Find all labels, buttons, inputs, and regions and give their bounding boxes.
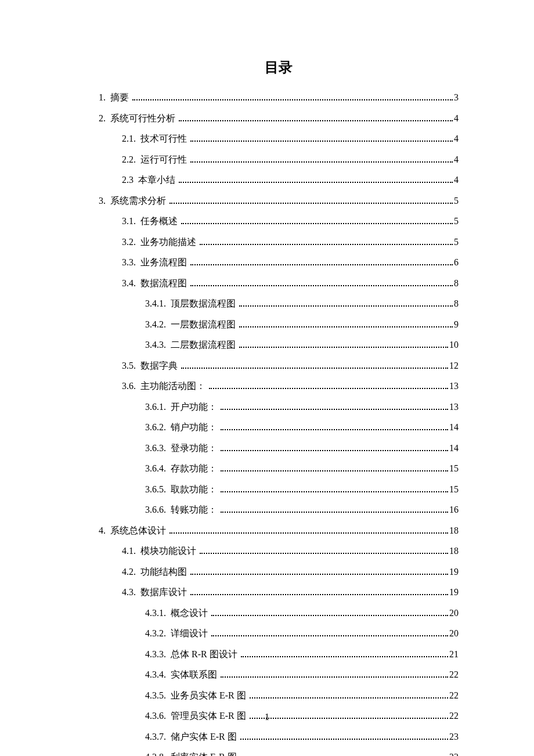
toc-entry-page: 20	[449, 628, 459, 639]
toc-entry-label: 3.2. 业务功能描述	[122, 236, 199, 249]
toc-entry-page: 4	[454, 113, 459, 124]
toc-entry[interactable]: 4.3.3. 总体 R-R 图设计 21	[99, 649, 459, 661]
toc-leader-dots	[200, 244, 453, 245]
toc-entry[interactable]: 3.4.1. 顶层数据流程图 8	[99, 298, 459, 310]
toc-entry-label: 3.5. 数据字典	[122, 360, 180, 372]
toc-leader-dots	[179, 182, 453, 183]
toc-leader-dots	[190, 161, 453, 163]
toc-entry[interactable]: 3.4.3. 二层数据流程图 10	[99, 339, 459, 351]
toc-entry-label: 2.2. 运行可行性	[122, 154, 189, 166]
toc-entry[interactable]: 2.1. 技术可行性 4	[99, 133, 459, 145]
toc-entry-label: 4.3.2. 详细设计	[145, 628, 210, 640]
page-number: 1	[0, 712, 534, 722]
toc-entry-label: 3.1. 任务概述	[122, 215, 180, 228]
toc-entry-page: 4	[454, 134, 459, 144]
toc-entry[interactable]: 4. 系统总体设计 18	[99, 525, 459, 537]
toc-entry[interactable]: 2. 系统可行性分析 4	[99, 113, 459, 125]
toc-entry[interactable]: 3.6.5. 取款功能： 15	[99, 484, 459, 496]
toc-entry[interactable]: 3.5. 数据字典 12	[99, 360, 459, 372]
toc-entry-label: 3.6.2. 销户功能：	[145, 422, 219, 434]
toc-leader-dots	[221, 450, 448, 451]
toc-entry-label: 3.6. 主功能活动图：	[122, 380, 208, 393]
toc-entry-page: 19	[449, 567, 459, 577]
toc-entry-label: 4.3. 数据库设计	[122, 586, 189, 599]
toc-leader-dots	[240, 739, 448, 740]
toc-entry-label: 4.3.3. 总体 R-R 图设计	[145, 649, 240, 661]
toc-entry-label: 4.3.5. 业务员实体 E-R 图	[145, 690, 248, 702]
toc-leader-dots	[181, 223, 453, 224]
toc-leader-dots	[169, 532, 448, 534]
toc-entry-label: 3.6.6. 转账功能：	[145, 504, 219, 516]
toc-entry[interactable]: 3.4.2. 一层数据流程图 9	[99, 319, 459, 331]
document-page: 目录 1. 摘要 32. 系统可行性分析 42.1. 技术可行性 42.2. 运…	[0, 0, 534, 756]
toc-entry-page: 5	[454, 237, 459, 247]
toc-entry-page: 4	[454, 154, 459, 165]
toc-entry[interactable]: 3.4. 数据流程图 8	[99, 278, 459, 290]
toc-entry[interactable]: 4.3.4. 实体联系图 22	[99, 669, 459, 681]
toc-entry[interactable]: 3.1. 任务概述 5	[99, 215, 459, 228]
toc-entry[interactable]: 4.3. 数据库设计 19	[99, 586, 459, 599]
toc-entry-label: 1. 摘要	[99, 92, 131, 104]
toc-entry-label: 4.3.8. 利率实体 E-R 图	[145, 751, 239, 756]
toc-entry-page: 12	[449, 361, 459, 371]
toc-entry[interactable]: 3.6. 主功能活动图： 13	[99, 380, 459, 393]
toc-entry-page: 15	[449, 463, 459, 474]
toc-entry[interactable]: 4.1. 模块功能设计 18	[99, 545, 459, 557]
toc-entry[interactable]: 1. 摘要 3	[99, 92, 459, 104]
toc-entry-page: 8	[454, 298, 459, 309]
toc-entry-label: 3.4.3. 二层数据流程图	[145, 339, 238, 351]
toc-entry-page: 16	[449, 505, 459, 515]
toc-entry[interactable]: 3.3. 业务流程图 6	[99, 257, 459, 269]
toc-leader-dots	[241, 656, 448, 657]
toc-leader-dots	[239, 347, 448, 348]
toc-entry[interactable]: 4.3.2. 详细设计 20	[99, 628, 459, 640]
toc-leader-dots	[190, 594, 448, 595]
toc-entry-page: 18	[449, 525, 459, 536]
toc-leader-dots	[190, 264, 453, 265]
toc-entry-label: 3.3. 业务流程图	[122, 257, 189, 269]
toc-entry[interactable]: 3.2. 业务功能描述 5	[99, 236, 459, 249]
toc-entry-page: 4	[454, 175, 459, 185]
toc-entry[interactable]: 2.3 本章小结 4	[99, 174, 459, 186]
toc-entry-page: 13	[449, 381, 459, 391]
toc-entry-page: 13	[449, 402, 459, 412]
toc-entry[interactable]: 4.3.8. 利率实体 E-R 图 23	[99, 751, 459, 756]
toc-entry-label: 2. 系统可行性分析	[99, 113, 178, 125]
toc-entry[interactable]: 4.2. 功能结构图 19	[99, 566, 459, 578]
toc-entry-label: 2.3 本章小结	[122, 174, 178, 186]
toc-entry[interactable]: 4.3.5. 业务员实体 E-R 图 22	[99, 690, 459, 702]
toc-leader-dots	[211, 615, 448, 616]
toc-entry-page: 23	[449, 752, 459, 756]
toc-leader-dots	[190, 574, 448, 575]
toc-leader-dots	[181, 368, 448, 369]
toc-leader-dots	[200, 553, 448, 554]
toc-entry-page: 6	[454, 257, 459, 268]
toc-entry[interactable]: 3. 系统需求分析 5	[99, 195, 459, 207]
toc-entry[interactable]: 3.6.6. 转账功能： 16	[99, 504, 459, 516]
toc-entry-page: 14	[449, 422, 459, 433]
toc-entry-label: 3.6.4. 存款功能：	[145, 463, 219, 475]
toc-entry-page: 5	[454, 196, 459, 206]
toc-leader-dots	[179, 120, 453, 121]
toc-entry-page: 23	[449, 732, 459, 742]
toc-entry[interactable]: 4.3.1. 概念设计 20	[99, 607, 459, 620]
toc-entry-label: 4. 系统总体设计	[99, 525, 168, 537]
toc-entry-label: 3. 系统需求分析	[99, 195, 168, 207]
toc-leader-dots	[239, 305, 453, 307]
toc-entry[interactable]: 3.6.4. 存款功能： 15	[99, 463, 459, 475]
toc-entry[interactable]: 3.6.1. 开户功能： 13	[99, 401, 459, 413]
toc-entry[interactable]: 3.6.2. 销户功能： 14	[99, 422, 459, 434]
toc-entry-page: 14	[449, 443, 459, 453]
toc-entry[interactable]: 4.3.7. 储户实体 E-R 图 23	[99, 731, 459, 743]
toc-entry-page: 22	[449, 690, 459, 701]
toc-entry[interactable]: 2.2. 运行可行性 4	[99, 154, 459, 166]
toc-leader-dots	[221, 409, 448, 410]
toc-leader-dots	[221, 429, 448, 430]
toc-entry-label: 3.4.1. 顶层数据流程图	[145, 298, 238, 310]
toc-entry[interactable]: 3.6.3. 登录功能： 14	[99, 442, 459, 455]
toc-entry-page: 9	[454, 319, 459, 330]
toc-entry-page: 10	[449, 340, 459, 350]
toc-leader-dots	[190, 285, 453, 286]
toc-entry-page: 3	[454, 92, 459, 103]
toc-entry-label: 3.6.3. 登录功能：	[145, 442, 219, 455]
